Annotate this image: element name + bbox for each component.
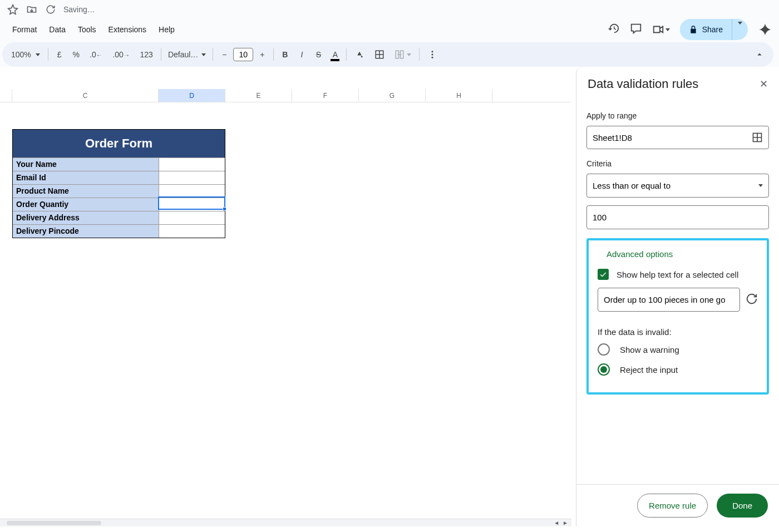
menu-bar: Format Data Tools Extensions Help [7, 19, 180, 40]
menu-format[interactable]: Format [7, 22, 42, 37]
cell-email[interactable] [159, 171, 225, 184]
fill-color-button[interactable] [350, 46, 369, 63]
increase-decimal[interactable]: .00→ [108, 47, 134, 62]
label-name: Your Name [13, 157, 159, 171]
cell-name[interactable] [159, 157, 225, 171]
col-header-f[interactable]: F [292, 89, 359, 102]
menu-data[interactable]: Data [43, 22, 71, 37]
order-form-table: Order Form Your Name Email Id Product Na… [12, 129, 225, 238]
label-product: Product Name [13, 184, 159, 198]
bold-button[interactable]: B [277, 47, 293, 62]
data-validation-sidebar: Data validation rules ✕ Apply to range C… [576, 67, 779, 526]
toolbar: 100% £ % .0← .00→ 123 Defaul… − + B I S … [2, 42, 773, 67]
font-size-input[interactable] [233, 48, 253, 61]
collapse-toolbar-button[interactable] [750, 46, 769, 63]
chevron-down-icon [758, 184, 763, 187]
italic-button[interactable]: I [294, 47, 309, 62]
col-header-d[interactable]: D [159, 89, 225, 102]
text-color-button[interactable]: A [327, 47, 343, 62]
cell-quantity[interactable] [159, 198, 225, 211]
help-text-input[interactable] [598, 288, 740, 312]
label-pincode: Delivery Pincode [13, 224, 159, 238]
borders-button[interactable] [370, 46, 389, 63]
col-header-c[interactable]: C [12, 89, 159, 102]
svg-point-2 [432, 51, 433, 52]
menu-extensions[interactable]: Extensions [103, 22, 152, 37]
close-icon[interactable]: ✕ [760, 78, 768, 90]
cell-product[interactable] [159, 184, 225, 198]
svg-point-0 [361, 56, 363, 57]
cloud-status-icon[interactable] [45, 3, 57, 16]
strikethrough-button[interactable]: S [310, 47, 326, 62]
col-header-h[interactable]: H [426, 89, 492, 102]
radio-warning-label: Show a warning [620, 345, 679, 354]
criteria-label: Criteria [586, 159, 769, 168]
share-button[interactable]: Share [680, 19, 732, 40]
reset-help-text-icon[interactable] [746, 293, 758, 307]
increase-font-size[interactable]: + [254, 47, 270, 62]
more-toolbar-button[interactable] [423, 46, 442, 63]
sidebar-title: Data validation rules [588, 77, 698, 91]
horizontal-scrollbar[interactable]: ◄► [0, 519, 571, 526]
comment-icon[interactable] [630, 22, 642, 37]
col-header-e[interactable]: E [225, 89, 292, 102]
order-form-title: Order Form [13, 130, 225, 157]
advanced-options-title: Advanced options [607, 249, 758, 259]
criteria-dropdown[interactable]: Less than or equal to [586, 174, 769, 198]
radio-reject-input[interactable] [598, 363, 610, 376]
col-header-g[interactable]: G [359, 89, 426, 102]
svg-point-4 [432, 57, 433, 58]
done-button[interactable]: Done [717, 494, 768, 518]
share-label: Share [702, 25, 723, 34]
saving-status: Saving… [63, 5, 95, 14]
criteria-value-input[interactable] [586, 205, 769, 229]
criteria-value: Less than or equal to [593, 181, 670, 190]
select-range-icon[interactable] [752, 132, 763, 143]
label-quantity: Order Quantiy [13, 198, 159, 211]
range-input[interactable] [593, 133, 747, 142]
zoom-selector[interactable]: 100% [7, 47, 45, 62]
help-text-checkbox-label: Show help text for a selected cell [617, 270, 738, 279]
share-dropdown[interactable] [732, 19, 748, 40]
label-email: Email Id [13, 171, 159, 184]
scroll-thumb[interactable] [7, 521, 101, 525]
meet-icon[interactable] [652, 23, 670, 36]
advanced-options-box: Advanced options Show help text for a se… [586, 238, 769, 395]
cell-address[interactable] [159, 211, 225, 224]
apply-range-label: Apply to range [586, 111, 769, 120]
decrease-decimal[interactable]: .0← [85, 47, 107, 62]
radio-reject-label: Reject the input [620, 365, 678, 375]
star-icon[interactable] [7, 3, 19, 16]
menu-tools[interactable]: Tools [72, 22, 102, 37]
range-input-wrapper[interactable] [586, 126, 769, 149]
gemini-icon[interactable] [758, 22, 772, 37]
decrease-font-size[interactable]: − [216, 47, 232, 62]
cell-pincode[interactable] [159, 224, 225, 238]
invalid-data-label: If the data is invalid: [598, 327, 758, 337]
spreadsheet-area[interactable]: C D E F G H Order Form Your Name Email I… [0, 67, 571, 526]
remove-rule-button[interactable]: Remove rule [637, 494, 708, 518]
help-text-checkbox[interactable] [598, 269, 609, 280]
radio-show-warning[interactable] [598, 343, 610, 356]
font-selector[interactable]: Defaul… [165, 48, 209, 61]
move-folder-icon[interactable] [26, 3, 38, 16]
title-bar: Saving… [0, 0, 779, 19]
more-formats[interactable]: 123 [136, 47, 157, 62]
history-icon[interactable] [608, 22, 620, 37]
menu-help[interactable]: Help [153, 22, 180, 37]
percent-format[interactable]: % [68, 47, 84, 62]
merge-cells-button[interactable] [390, 46, 416, 63]
scroll-right-icon[interactable]: ► [561, 520, 569, 526]
label-address: Delivery Address [13, 211, 159, 224]
scroll-left-icon[interactable]: ◄ [553, 520, 560, 526]
column-headers: C D E F G H [0, 89, 571, 102]
svg-point-3 [432, 54, 433, 56]
currency-format[interactable]: £ [52, 47, 67, 62]
